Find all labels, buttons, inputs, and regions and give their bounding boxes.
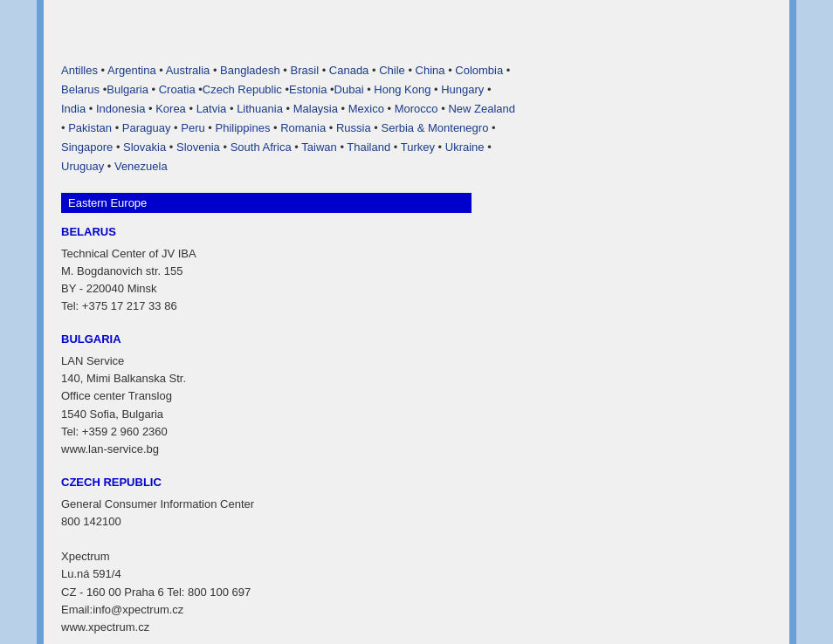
country-link-antilles[interactable]: Antilles • (61, 64, 107, 77)
country-links: Antilles • Argentina • Australia • Bangl… (61, 61, 763, 177)
czech-block: CZECH REPUBLIC General Consumer Informat… (61, 476, 763, 531)
country-link-china[interactable]: China • (416, 64, 456, 77)
country-link-paraguay[interactable]: Paraguay • (122, 121, 181, 134)
country-link-separator: • (61, 121, 68, 134)
xpectrum-block: Xpectrum Lu.ná 591/4 CZ - 160 00 Praha 6… (61, 548, 763, 636)
country-link-lithuania[interactable]: Lithuania • (237, 102, 293, 115)
czech-name: CZECH REPUBLIC (61, 476, 763, 489)
country-link-chile[interactable]: Chile • (379, 64, 415, 77)
left-sidebar (0, 0, 37, 644)
country-link-bangladesh[interactable]: Bangladesh • (220, 64, 290, 77)
page-wrapper: Antilles • Argentina • Australia • Bangl… (0, 0, 833, 644)
country-link-malaysia[interactable]: Malaysia • (293, 102, 348, 115)
country-link-brasil[interactable]: Brasil • (291, 64, 329, 77)
xpectrum-website[interactable]: www.xpectrum.cz (61, 620, 149, 634)
country-link-australia[interactable]: Australia • (166, 64, 220, 77)
belarus-block: BELARUS Technical Center of JV IBA M. Bo… (61, 225, 763, 316)
country-link-estonia[interactable]: Estonia • (289, 83, 334, 96)
country-link-morocco[interactable]: Morocco • (395, 102, 449, 115)
bulgaria-name: BULGARIA (61, 332, 763, 346)
country-link-ukraine[interactable]: Ukraine • (445, 140, 492, 154)
bulgaria-website[interactable]: www.lan-service.bg (61, 442, 159, 456)
country-link-peru[interactable]: Peru • (181, 121, 215, 134)
section-header: Eastern Europe (61, 193, 472, 213)
country-link-pakistan[interactable]: Pakistan • (68, 121, 122, 134)
left-accent (37, 0, 44, 644)
country-link-thailand[interactable]: Thailand • (347, 140, 400, 154)
right-accent (789, 0, 796, 644)
country-link-taiwan[interactable]: Taiwan • (301, 140, 347, 154)
country-link-czech[interactable]: Czech Republic • (203, 83, 289, 96)
country-link-hongkong[interactable]: Hong Kong • (374, 83, 441, 96)
belarus-contact-1: Technical Center of JV IBA M. Bogdanovic… (61, 245, 763, 316)
country-link-philippines[interactable]: Philippines (216, 121, 271, 134)
country-link-bulgaria[interactable]: Bulgaria • (107, 83, 158, 96)
country-link-croatia[interactable]: Croatia • (159, 83, 203, 96)
country-link-argentina[interactable]: Argentina • (107, 64, 166, 77)
country-link-slovakia[interactable]: Slovakia • (123, 140, 176, 154)
country-link-hungary[interactable]: Hungary • (441, 83, 491, 96)
bulgaria-contact-1: LAN Service 140, Mimi Balkanska Str. Off… (61, 353, 763, 458)
country-link-dubai[interactable]: Dubai (334, 83, 364, 96)
country-link-romania[interactable]: Romania • (280, 121, 336, 134)
country-link-slovenia[interactable]: Slovenia • (176, 140, 231, 154)
country-link-turkey[interactable]: Turkey • (401, 140, 445, 154)
country-link-newzealand[interactable]: New Zealand (448, 102, 515, 115)
country-link-belarus[interactable]: Belarus • (61, 83, 107, 96)
country-link-russia[interactable]: Russia • (336, 121, 382, 134)
country-link-indonesia[interactable]: Indonesia • (96, 102, 155, 115)
country-link-india[interactable]: India • (61, 102, 96, 115)
xpectrum-email[interactable]: info@xpectrum.cz (93, 603, 183, 616)
bulgaria-block: BULGARIA LAN Service 140, Mimi Balkanska… (61, 332, 763, 458)
country-link-serbia[interactable]: Serbia & Montenegro • (382, 121, 496, 134)
country-link-korea[interactable]: Korea • (155, 102, 196, 115)
belarus-name: BELARUS (61, 225, 763, 238)
country-link-colombia[interactable]: Colombia • (455, 64, 510, 77)
country-link-latvia[interactable]: Latvia • (196, 102, 237, 115)
country-link-venezuela[interactable]: Venezuela (114, 160, 168, 173)
czech-contact-1: General Consumer Information Center 800 … (61, 496, 763, 531)
main-content: Antilles • Argentina • Australia • Bangl… (44, 0, 789, 644)
country-link-mexico[interactable]: Mexico • (348, 102, 395, 115)
xpectrum-contact: Xpectrum Lu.ná 591/4 CZ - 160 00 Praha 6… (61, 548, 763, 636)
right-sidebar (796, 0, 833, 644)
country-link-canada[interactable]: Canada • (329, 64, 379, 77)
country-link-singapore[interactable]: Singapore • (61, 140, 123, 154)
country-link-southafrica[interactable]: South Africa • (231, 140, 302, 154)
country-link-uruguay[interactable]: Uruguay • (61, 160, 114, 173)
